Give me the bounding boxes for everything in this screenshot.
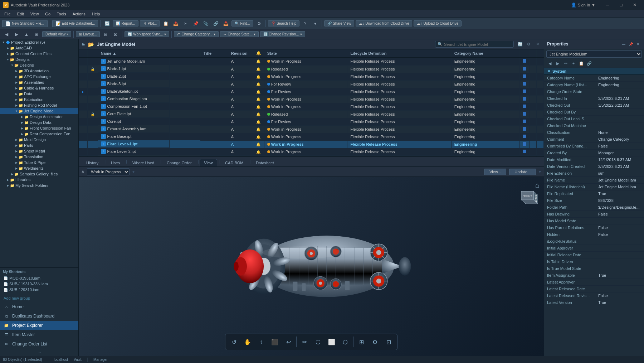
sidebar-item-parts[interactable]: ▶ 📁 Parts [0,142,78,148]
table-row[interactable]: I Compression Fan-1.ipt A 🔔 Work in Prog… [79,103,544,110]
col-lock[interactable] [87,49,98,57]
reports-button[interactable]: 📊 Report... [113,20,138,26]
table-row[interactable]: 🔒 I Blade-1.ipt A 🔔 Released Flexible Re… [79,65,544,73]
plots-button[interactable]: 🖨 Plot... [140,20,160,26]
nav-item-master[interactable]: ☰ Item Master [0,330,78,339]
property-row[interactable]: Initial Approver [544,245,644,252]
table-row[interactable]: I Exhaust Assembly.iam A 🔔 Work in Progr… [79,125,544,133]
shortcut-mod-019310[interactable]: 📄 MOD-019310.iam [3,275,75,281]
table-row[interactable]: I Combustion Stage.iam A 🔔 Work in Progr… [79,95,544,103]
cell-name[interactable]: I Flare Base.ipt [98,133,170,140]
tree-expand-arrow[interactable]: ▶ [14,103,19,107]
sketch-tool[interactable]: ✏ [298,335,311,348]
change-revision-button[interactable]: 🔢 Change Revision... ▾ [260,31,305,37]
tree-expand-arrow[interactable]: ▶ [14,137,19,142]
props-next-button[interactable]: ▶ [554,60,561,67]
toolbar-icon2[interactable]: 📤 [171,20,180,28]
cell-name[interactable]: I Core.ipt [98,118,170,125]
settings-tool[interactable]: ⚙ [369,335,381,348]
new-standard-file-button[interactable]: 📄 New Standard File... [2,20,48,27]
cell-name[interactable]: I Core Plate.ipt [98,110,170,118]
menu-go[interactable]: Go [42,11,53,17]
sidebar-item-data[interactable]: ▶ 📁 Data [0,91,78,97]
toolbar-icon4[interactable]: 📌 [191,20,200,28]
tree-expand-arrow[interactable]: ▶ [14,166,19,170]
property-row[interactable]: Checked Out Machine [544,122,644,129]
rotate-tool[interactable]: ↺ [228,335,240,348]
property-row[interactable]: Is True Model State [544,265,644,272]
col-name[interactable]: Name ▲ [98,49,200,57]
back-button[interactable]: ◀ [2,30,11,38]
property-row[interactable]: Change Order State [544,88,644,95]
property-row[interactable]: Date Version Created 3/5/2022 6:21 AM [544,163,644,170]
update-dropdown-arrow[interactable]: ▾ [539,169,541,174]
property-row[interactable]: File Extension iam [544,170,644,177]
cell-name[interactable]: I Flare Lever-1.ipt [98,140,170,148]
sidebar-item-project-explorer[interactable]: ▼ 🔷 Project Explorer (5) [0,39,78,45]
tree-expand-arrow[interactable]: ▶ [20,126,24,130]
property-row[interactable]: Checked Out Local S... [544,116,644,122]
col-category[interactable]: Category Name [451,49,519,57]
property-row[interactable]: Category Name Engineering [544,75,644,82]
find-button[interactable]: 🔍 Find... [231,20,253,26]
layout-icon1[interactable]: ⊟ [101,30,110,38]
props-collapse-button[interactable]: — [620,41,627,47]
close-button[interactable]: ✕ [628,0,641,10]
box-tool[interactable]: ⬜ [325,335,338,348]
tree-expand-arrow[interactable]: ▶ [6,46,10,50]
maximize-button[interactable]: □ [615,0,628,10]
tab-history[interactable]: History [82,159,103,166]
shortcut-sub-119310[interactable]: 📄 SUB-119310-33N.iam [3,281,75,287]
more-nav-button[interactable]: ··· [0,349,78,356]
props-pin-button[interactable]: 📌 [628,41,634,47]
table-row[interactable]: ● I BladeSkeleton.ipt A 🔔 For Review Fle… [79,88,544,95]
menu-tools[interactable]: Tools [54,11,69,17]
tree-expand-arrow[interactable]: ▶ [14,97,19,102]
cell-name[interactable]: I Blade-1.ipt [98,65,170,73]
menu-file[interactable]: File [1,11,14,17]
tree-expand-arrow[interactable]: ▶ [14,143,19,147]
tree-expand-arrow[interactable]: ▼ [10,63,14,67]
share-view-button[interactable]: 🔗 Share View [324,20,354,26]
edit-file-datasheet-button[interactable]: 📝 Edit File Datasheet... [52,20,98,27]
sidebar-item-fishing-rod[interactable]: ▶ 📁 Fishing Rod Model [0,102,78,108]
tree-expand-arrow[interactable]: ▶ [6,178,10,182]
tab-datasheet[interactable]: Datasheet [251,159,278,166]
back-tool[interactable]: ↩ [282,335,295,348]
property-row[interactable]: Has Parent Relations... False [544,224,644,231]
nav-project-explorer[interactable]: 📁 Project Explorer [0,321,78,330]
property-row[interactable]: Date Modified 12/1/2018 6:37 AM [544,156,644,163]
tree-expand-arrow[interactable]: ▶ [20,132,24,136]
sidebar-item-design-accelerator[interactable]: ▶ 📁 Design Accelerator [0,114,78,120]
hex-tool[interactable]: ⬡ [312,335,325,348]
refresh-button[interactable]: 🔄 [103,20,111,28]
cell-name[interactable]: I Blade-3.ipt [98,80,170,88]
sidebar-item-assemblies[interactable]: ▶ 📁 Assemblies [0,79,78,85]
tab-where-used[interactable]: Where Used [128,159,159,166]
props-edit-button[interactable]: ✏ [562,60,569,67]
property-row[interactable]: Classification None [544,129,644,136]
sidebar-item-designs-1[interactable]: ▼ 📂 Designs [0,57,78,62]
col-revision[interactable]: Revision [228,49,253,57]
cell-name[interactable]: I BladeSkeleton.ipt [98,88,170,95]
change-category-button[interactable]: 🏷 Change Category... ▾ [174,31,219,37]
tab-uses[interactable]: Uses [106,159,125,166]
sidebar-item-autocad[interactable]: ▶ 📁 AutoCAD [0,45,78,51]
tree-expand-arrow[interactable]: ▼ [6,57,10,62]
tab-view[interactable]: View [200,159,218,166]
toolbar-icon7[interactable]: 📥 [221,20,230,28]
tree-expand-arrow[interactable]: ▼ [14,109,19,113]
property-row[interactable]: Checked Out By [544,109,644,116]
property-row[interactable]: Latest Released Date [544,286,644,292]
table-row[interactable]: 🔒 I Core Plate.ipt A 🔔 Released Flexible… [79,110,544,118]
cell-name[interactable]: I Exhaust Assembly.iam [98,125,170,133]
property-row[interactable]: Checked In 3/5/2022 6:21 AM [544,95,644,102]
toolbar-icon3[interactable]: ✂ [181,20,190,28]
sidebar-item-translation[interactable]: ▶ 📁 Translation [0,154,78,160]
zoom-tool[interactable]: ↕ [255,335,268,348]
property-row[interactable]: Latest Released Revis... False [544,292,644,299]
sign-in-area[interactable]: 👤 Sign In ▼ [571,3,595,8]
change-state-button[interactable]: ↔ Change State... ▾ [220,31,259,37]
property-row[interactable]: Initial Release Date [544,252,644,258]
property-row[interactable]: Created By Manager [544,150,644,156]
